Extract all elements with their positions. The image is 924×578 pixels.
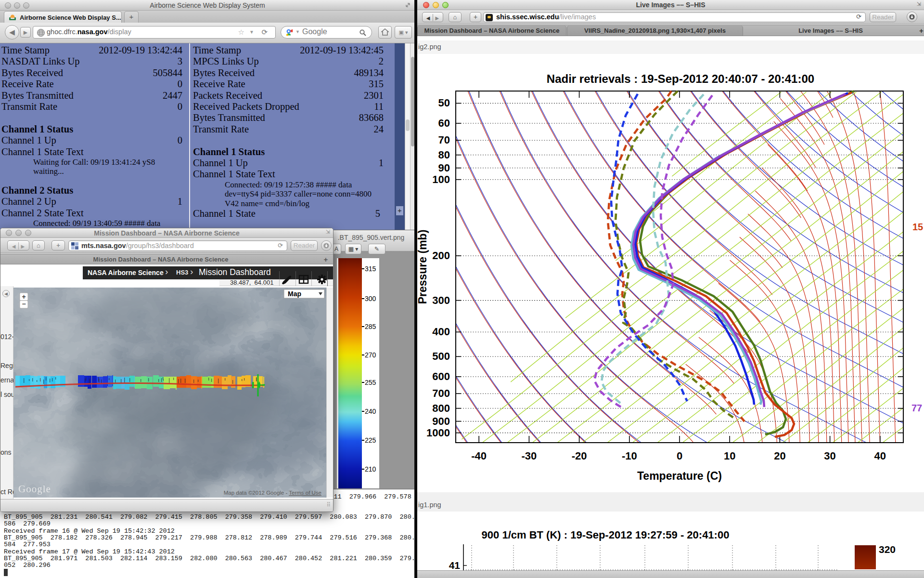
svg-text:Temperature (C): Temperature (C) (637, 470, 722, 482)
svg-text:+: + (22, 293, 26, 301)
svg-text:-40: -40 (471, 450, 487, 462)
svg-text:1000: 1000 (426, 427, 450, 439)
svg-text:10: 10 (724, 450, 735, 462)
svg-text:Map: Map (288, 290, 301, 298)
svg-text:Map data ©2012 Google - Terms: Map data ©2012 Google - Terms of Use (224, 490, 321, 496)
svg-text:100: 100 (432, 173, 450, 185)
svg-text:20: 20 (774, 450, 785, 462)
svg-text:77: 77 (911, 403, 922, 413)
svg-text:400: 400 (432, 326, 450, 338)
svg-text:Google: Google (18, 483, 51, 495)
svg-text:0: 0 (677, 450, 682, 462)
svg-text:−: − (22, 300, 26, 308)
svg-text:60: 60 (438, 117, 450, 129)
svg-text:Pressure (mb): Pressure (mb) (417, 230, 429, 304)
svg-text:-30: -30 (522, 450, 537, 462)
svg-text:80: 80 (438, 149, 450, 161)
svg-text:800: 800 (432, 402, 450, 414)
svg-text:41: 41 (449, 560, 461, 571)
svg-text:Nadir retrievals : 19-Sep-2012: Nadir retrievals : 19-Sep-2012 20:40:07 … (547, 72, 814, 85)
svg-text:320: 320 (879, 544, 896, 555)
svg-text:-20: -20 (572, 450, 587, 462)
svg-text:900 1/cm BT (K) : 19-Sep-2012: 900 1/cm BT (K) : 19-Sep-2012 19:27:59 -… (482, 529, 730, 541)
svg-text:-10: -10 (622, 450, 637, 462)
svg-text:40: 40 (874, 450, 886, 462)
svg-text:500: 500 (432, 350, 450, 362)
svg-text:900: 900 (432, 415, 450, 427)
svg-text:200: 200 (432, 250, 450, 262)
svg-text:700: 700 (432, 387, 450, 399)
svg-text:50: 50 (438, 97, 450, 109)
svg-text:30: 30 (824, 450, 835, 462)
svg-text:70: 70 (438, 134, 450, 146)
svg-text:15: 15 (912, 222, 923, 232)
svg-text:600: 600 (432, 370, 450, 382)
svg-text:90: 90 (438, 162, 450, 174)
svg-text:300: 300 (432, 294, 450, 306)
